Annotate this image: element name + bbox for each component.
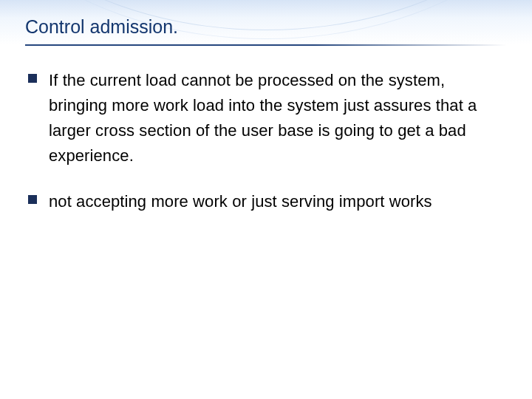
slide-body: If the current load cannot be processed … — [28, 68, 504, 235]
title-underline — [25, 44, 507, 46]
list-item: If the current load cannot be processed … — [28, 68, 504, 168]
square-bullet-icon — [28, 195, 37, 204]
bullet-text: not accepting more work or just serving … — [49, 189, 432, 214]
bullet-text: If the current load cannot be processed … — [49, 68, 504, 168]
slide: Control admission. If the current load c… — [0, 0, 532, 399]
square-bullet-icon — [28, 74, 37, 83]
list-item: not accepting more work or just serving … — [28, 189, 504, 214]
slide-title: Control admission. — [25, 16, 178, 38]
